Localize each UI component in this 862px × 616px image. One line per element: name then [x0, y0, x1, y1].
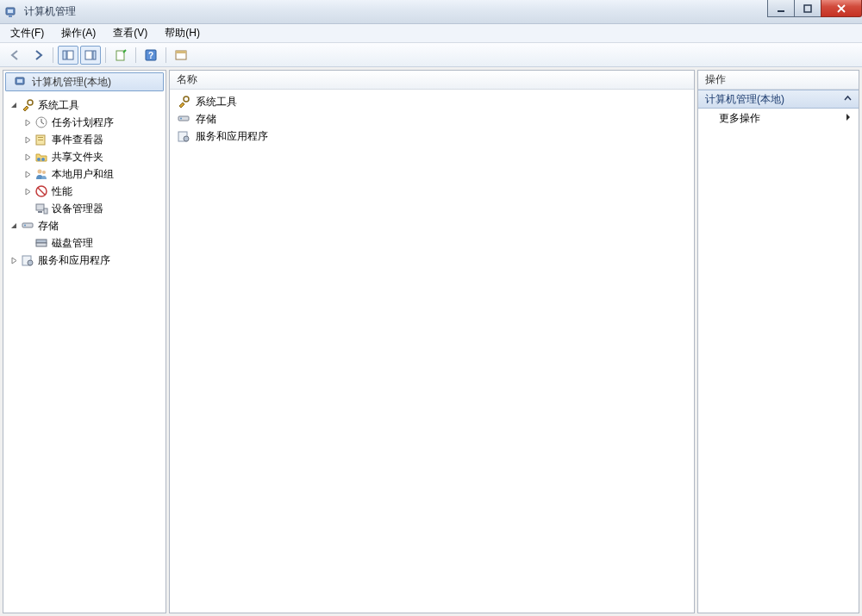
- minimize-button[interactable]: [767, 0, 795, 17]
- storage-icon: [177, 112, 191, 126]
- chevron-right-icon: [845, 112, 852, 124]
- svg-rect-4: [804, 5, 811, 12]
- expand-icon[interactable]: [22, 186, 33, 196]
- list-item-storage[interactable]: 存储: [172, 110, 692, 128]
- list-panel: 名称 系统工具 存储: [169, 70, 695, 613]
- window-title: 计算机管理: [24, 4, 76, 19]
- expand-icon[interactable]: [22, 117, 33, 128]
- back-button[interactable]: [5, 46, 26, 65]
- collapse-icon[interactable]: [9, 100, 19, 110]
- svg-point-34: [28, 260, 33, 265]
- properties-button[interactable]: [110, 46, 131, 65]
- tree-item-local-users[interactable]: 本地用户和组: [5, 165, 164, 183]
- tree-item-device-manager[interactable]: 设备管理器: [5, 200, 164, 217]
- svg-rect-32: [36, 243, 47, 246]
- show-hide-tree-button[interactable]: [58, 46, 78, 65]
- actions-section-label: 计算机管理(本地): [705, 92, 784, 107]
- toolbar-separator: [53, 47, 53, 63]
- svg-rect-15: [17, 79, 22, 83]
- services-icon: [177, 129, 191, 143]
- svg-point-23: [38, 170, 42, 174]
- services-icon: [21, 253, 34, 267]
- storage-icon: [21, 219, 34, 233]
- list-item-label: 服务和应用程序: [196, 129, 268, 144]
- tree-item-shared-folders[interactable]: 共享文件夹: [5, 148, 164, 165]
- svg-rect-19: [38, 137, 43, 138]
- tree-item-disk-management[interactable]: 磁盘管理: [5, 234, 164, 252]
- expand-icon[interactable]: [22, 169, 33, 179]
- svg-point-35: [184, 96, 189, 102]
- tree-item-task-scheduler[interactable]: 任务计划程序: [5, 114, 164, 131]
- forward-button[interactable]: [28, 46, 48, 65]
- tree-label: 性能: [52, 184, 72, 199]
- tree-label: 本地用户和组: [52, 167, 114, 182]
- expand-icon[interactable]: [9, 255, 19, 265]
- event-viewer-icon: [34, 133, 48, 146]
- tree-label: 任务计划程序: [52, 115, 114, 130]
- svg-point-21: [37, 158, 41, 161]
- list-item-system-tools[interactable]: 系统工具: [172, 93, 692, 110]
- actions-more[interactable]: 更多操作: [698, 109, 859, 128]
- svg-rect-2: [9, 16, 12, 17]
- svg-point-37: [180, 118, 182, 120]
- svg-rect-29: [22, 223, 33, 227]
- help-button[interactable]: ?: [141, 46, 161, 65]
- actions-panel: 操作 计算机管理(本地) 更多操作: [697, 70, 859, 613]
- tree-label: 磁盘管理: [52, 236, 93, 251]
- users-icon: [34, 167, 48, 181]
- svg-point-22: [41, 158, 45, 161]
- performance-icon: [34, 184, 48, 198]
- window-controls: [768, 0, 862, 17]
- list-item-services-apps[interactable]: 服务和应用程序: [172, 128, 692, 145]
- tree-item-system-tools[interactable]: 系统工具: [5, 96, 164, 114]
- svg-rect-36: [178, 116, 189, 121]
- svg-text:?: ?: [148, 51, 153, 60]
- show-hide-action-button[interactable]: [80, 46, 101, 65]
- close-button[interactable]: [821, 0, 862, 17]
- svg-point-24: [42, 171, 46, 174]
- tools-icon: [177, 95, 191, 109]
- tree-label: 共享文件夹: [52, 150, 103, 165]
- expand-icon[interactable]: [22, 134, 33, 145]
- menu-help[interactable]: 帮助(H): [161, 24, 203, 42]
- svg-rect-5: [63, 51, 66, 59]
- tree-item-performance[interactable]: 性能: [5, 183, 164, 200]
- svg-point-16: [28, 100, 33, 105]
- clock-icon: [34, 115, 48, 129]
- workarea: 计算机管理(本地) 系统工具 任务计划程序: [0, 67, 862, 616]
- refresh-button[interactable]: [171, 46, 191, 65]
- shared-folder-icon: [34, 150, 48, 164]
- tree-item-storage[interactable]: 存储: [5, 217, 164, 234]
- list-body: 系统工具 存储 服务和应用程序: [170, 90, 694, 148]
- app-window: 计算机管理 文件(F) 操作(A) 查看(V) 帮助(H): [0, 0, 862, 616]
- collapse-icon[interactable]: [9, 221, 19, 231]
- actions-header-label: 操作: [705, 72, 726, 87]
- svg-rect-13: [176, 51, 186, 53]
- svg-rect-3: [778, 10, 784, 12]
- svg-rect-8: [93, 51, 96, 59]
- device-manager-icon: [34, 202, 48, 215]
- computer-icon: [15, 75, 28, 89]
- menu-action[interactable]: 操作(A): [58, 24, 99, 42]
- toolbar-separator-4: [166, 47, 166, 63]
- tree-item-services-apps[interactable]: 服务和应用程序: [5, 252, 164, 269]
- actions-section[interactable]: 计算机管理(本地): [698, 90, 859, 109]
- toolbar: ?: [0, 43, 862, 67]
- tree-root-selected[interactable]: 计算机管理(本地): [5, 72, 164, 91]
- list-column-header[interactable]: 名称: [170, 71, 694, 90]
- menu-file[interactable]: 文件(F): [7, 24, 47, 42]
- actions-body: 计算机管理(本地) 更多操作: [698, 90, 859, 128]
- tree-label: 设备管理器: [52, 202, 103, 216]
- svg-rect-27: [38, 211, 42, 213]
- tree-label: 事件查看器: [52, 133, 103, 147]
- chevron-up-icon: [844, 93, 852, 105]
- maximize-button[interactable]: [794, 0, 821, 17]
- tree-item-event-viewer[interactable]: 事件查看器: [5, 131, 164, 148]
- svg-rect-20: [38, 140, 43, 140]
- list-item-label: 系统工具: [196, 95, 237, 109]
- svg-rect-26: [36, 204, 44, 210]
- menu-view[interactable]: 查看(V): [109, 24, 151, 42]
- actions-more-label: 更多操作: [719, 111, 760, 126]
- expand-icon[interactable]: [22, 152, 33, 162]
- svg-point-30: [24, 225, 26, 227]
